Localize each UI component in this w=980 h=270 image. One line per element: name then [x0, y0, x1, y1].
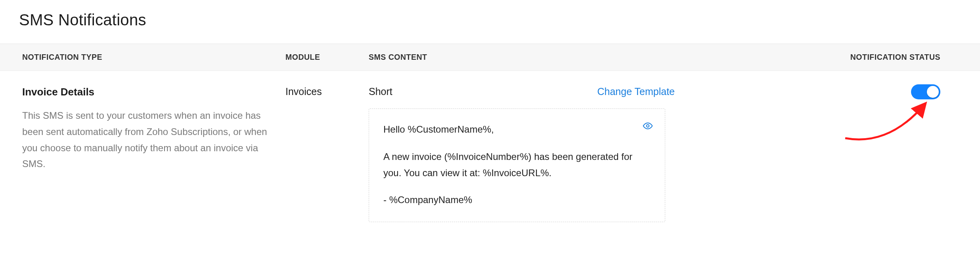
toggle-knob: [927, 86, 939, 98]
column-header-content: SMS CONTENT: [369, 44, 682, 70]
module-cell: Invoices: [285, 71, 369, 97]
notification-description: This SMS is sent to your customers when …: [22, 108, 274, 172]
sms-line-1: Hello %CustomerName%,: [383, 122, 651, 138]
sms-line-3: - %CompanyName%: [383, 192, 651, 208]
annotation-arrow-icon: [841, 99, 936, 146]
notification-status-cell: [682, 71, 980, 99]
notification-status-toggle[interactable]: [911, 84, 940, 99]
notification-type-cell: Invoice Details This SMS is sent to your…: [0, 71, 285, 188]
sms-template-type: Short: [369, 86, 392, 97]
column-header-status: NOTIFICATION STATUS: [682, 44, 980, 70]
header-divider: [0, 29, 980, 44]
column-header-row: NOTIFICATION TYPE MODULE SMS CONTENT NOT…: [0, 44, 980, 71]
sms-content-box: Hello %CustomerName%, A new invoice (%In…: [369, 108, 665, 222]
sms-line-2: A new invoice (%InvoiceNumber%) has been…: [383, 149, 651, 181]
column-header-type: NOTIFICATION TYPE: [0, 44, 285, 70]
change-template-link[interactable]: Change Template: [597, 86, 675, 97]
notification-row: Invoice Details This SMS is sent to your…: [0, 71, 980, 238]
eye-icon[interactable]: [643, 121, 653, 131]
column-header-module: MODULE: [285, 44, 369, 70]
page-title: SMS Notifications: [0, 0, 980, 29]
notification-title: Invoice Details: [22, 86, 274, 98]
svg-point-0: [647, 125, 649, 127]
sms-content-cell: Short Change Template Hello %CustomerNam…: [369, 71, 682, 238]
